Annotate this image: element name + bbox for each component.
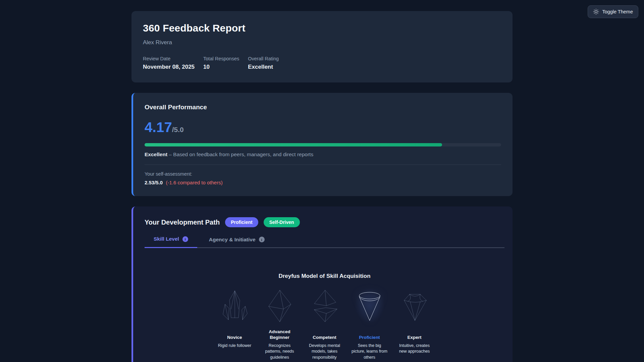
sun-icon: [593, 9, 599, 15]
rating-desc: – Based on feedback from peers, managers…: [167, 152, 313, 157]
self-driven-badge: Self-Driven: [264, 217, 300, 227]
tab-agency-initiative[interactable]: Agency & Initiative i: [200, 236, 274, 248]
info-icon[interactable]: i: [259, 237, 265, 242]
stage-name: Expert: [407, 328, 421, 341]
stage-desc: Intuitive, creates new approaches: [396, 343, 433, 355]
development-title: Your Development Path: [145, 219, 220, 226]
report-header-card: 360 Feedback Report Alex Rivera Review D…: [131, 11, 513, 82]
employee-name: Alex Rivera: [143, 39, 501, 46]
overall-score: 4.17 /5.0: [145, 120, 501, 134]
self-assessment-score: 2.53/5.0: [145, 180, 163, 185]
meta-value: 10: [203, 64, 239, 70]
toggle-theme-label: Toggle Theme: [602, 9, 633, 14]
proficient-badge: Proficient: [225, 217, 258, 227]
stage-name: Novice: [227, 328, 242, 341]
meta-overall-rating: Overall Rating Excellent: [248, 56, 279, 70]
meta-label: Overall Rating: [248, 56, 279, 61]
meta-label: Total Responses: [203, 56, 239, 61]
stage-name: Advanced Beginner: [261, 328, 298, 341]
cone-gem-icon: [355, 288, 385, 323]
stage-novice: Novice Rigid rule follower: [216, 288, 253, 360]
meta-review-date: Review Date November 08, 2025: [143, 56, 195, 70]
report-page: 360 Feedback Report Alex Rivera Review D…: [131, 0, 513, 362]
self-assessment-line: 2.53/5.0 (-1.6 compared to others): [145, 180, 501, 185]
toggle-theme-button[interactable]: Toggle Theme: [588, 5, 638, 18]
overall-performance-title: Overall Performance: [145, 104, 501, 111]
stage-name: Proficient: [359, 328, 380, 341]
self-assessment-label: Your self-assessment:: [145, 171, 501, 177]
meta-label: Review Date: [143, 56, 195, 61]
tab-label: Agency & Initiative: [209, 237, 256, 243]
tab-skill-level[interactable]: Skill Level i: [145, 236, 197, 248]
stage-competent: Competent Develops mental models, takes …: [306, 288, 343, 360]
meta-value: November 08, 2025: [143, 64, 195, 70]
dreyfus-model-section: Dreyfus Model of Skill Acquisition Novic…: [145, 273, 504, 360]
split-octahedron-icon: [310, 288, 340, 323]
development-title-row: Your Development Path Proficient Self-Dr…: [145, 217, 504, 227]
stage-name: Competent: [313, 328, 336, 341]
overall-progress-bar: [145, 143, 501, 146]
stage-desc: Rigid rule follower: [218, 343, 251, 349]
meta-value: Excellent: [248, 64, 279, 70]
score-value: 4.17: [145, 120, 172, 134]
stage-expert: Expert Intuitive, creates new approaches: [396, 288, 433, 360]
dreyfus-stage-row: Novice Rigid rule follower Advanced Begi…: [145, 288, 504, 360]
overall-progress-fill: [145, 143, 442, 146]
report-meta-row: Review Date November 08, 2025 Total Resp…: [143, 56, 501, 70]
development-tabs: Skill Level i Agency & Initiative i: [145, 236, 504, 248]
tab-label: Skill Level: [154, 236, 179, 242]
rating-summary: Excellent – Based on feedback from peers…: [145, 152, 501, 158]
stage-desc: Develops mental models, takes responsibi…: [306, 343, 343, 360]
rating-label: Excellent: [145, 152, 167, 157]
brilliant-diamond-icon: [399, 288, 430, 323]
stage-advanced-beginner: Advanced Beginner Recognizes patterns, n…: [261, 288, 298, 360]
meta-total-responses: Total Responses 10: [203, 56, 239, 70]
info-icon[interactable]: i: [182, 236, 188, 242]
development-path-card: Your Development Path Proficient Self-Dr…: [131, 206, 513, 362]
divider: [145, 165, 501, 165]
stage-desc: Recognizes patterns, needs guidelines: [261, 343, 298, 360]
self-assessment-delta: (-1.6 compared to others): [166, 180, 222, 185]
stage-proficient: Proficient Sees the big picture, learns …: [351, 288, 388, 360]
crystal-cluster-icon: [220, 288, 250, 323]
octahedron-icon: [265, 288, 295, 323]
page-title: 360 Feedback Report: [143, 22, 501, 34]
score-scale: /5.0: [172, 126, 184, 134]
stage-desc: Sees the big picture, learns from others: [351, 343, 388, 360]
overall-performance-card: Overall Performance 4.17 /5.0 Excellent …: [131, 93, 513, 196]
dreyfus-title: Dreyfus Model of Skill Acquisition: [145, 273, 504, 280]
